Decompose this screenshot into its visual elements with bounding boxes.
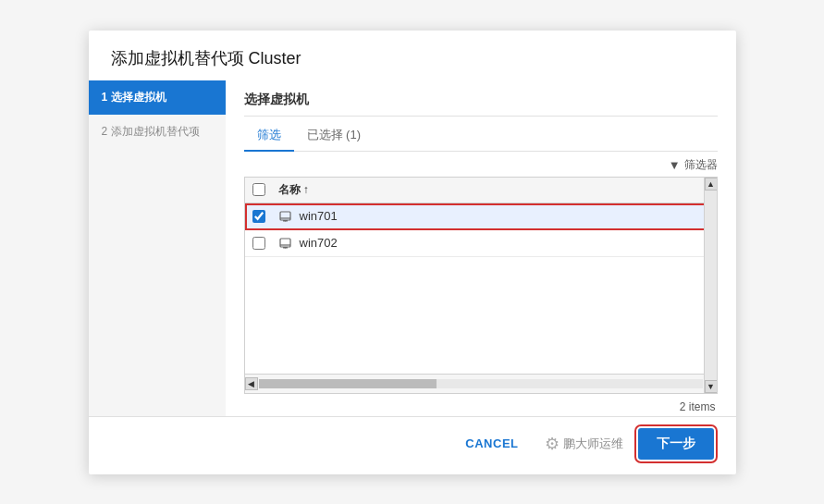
hscroll-left-btn[interactable]: ◀ <box>245 377 258 390</box>
row1-name: win701 <box>300 209 338 223</box>
cancel-button[interactable]: CANCEL <box>454 429 529 458</box>
watermark-text: 鹏大师运维 <box>563 436 623 452</box>
svg-rect-4 <box>280 239 290 247</box>
vertical-scrollbar[interactable]: ▲ ▼ <box>704 178 717 393</box>
table-rows: win701 <box>245 203 717 374</box>
main-content: 选择虚拟机 筛选 已选择 (1) ▼ 筛选器 ▲ <box>226 80 736 416</box>
svg-rect-0 <box>280 212 290 220</box>
dialog: 添加虚拟机替代项 Cluster 1 选择虚拟机 2 添加虚拟机替代项 选择虚拟… <box>89 31 736 474</box>
steps-sidebar: 1 选择虚拟机 2 添加虚拟机替代项 <box>89 80 226 416</box>
section-title: 选择虚拟机 <box>244 80 718 117</box>
tab-filter[interactable]: 筛选 <box>244 120 294 152</box>
dialog-body: 1 选择虚拟机 2 添加虚拟机替代项 选择虚拟机 筛选 已选择 (1) ▼ 筛选 <box>89 80 736 416</box>
row2-checkbox[interactable] <box>252 237 265 250</box>
filter-bar: ▼ 筛选器 <box>244 152 718 177</box>
header-name-label: 名称 ↑ <box>278 182 309 198</box>
row2-name: win702 <box>300 236 338 250</box>
watermark-icon: ⚙ <box>545 434 560 454</box>
vm-table: ▲ ▼ 名称 ↑ <box>244 177 718 394</box>
table-header: 名称 ↑ <box>245 178 717 203</box>
vscroll-down-btn[interactable]: ▼ <box>705 380 718 393</box>
vscroll-up-btn[interactable]: ▲ <box>705 178 718 191</box>
tabs-row: 筛选 已选择 (1) <box>244 120 718 152</box>
step-1[interactable]: 1 选择虚拟机 <box>89 80 226 115</box>
row2-checkbox-cell <box>252 237 278 250</box>
header-name-cell: 名称 ↑ <box>278 182 309 198</box>
row1-checkbox[interactable] <box>252 210 265 223</box>
vm-icon-2 <box>278 236 295 251</box>
horizontal-scrollbar[interactable]: ◀ ▶ <box>245 374 717 393</box>
dialog-footer: CANCEL ⚙ 鹏大师运维 下一步 <box>89 416 736 474</box>
dialog-title: 添加虚拟机替代项 Cluster <box>89 31 736 80</box>
tab-selected[interactable]: 已选择 (1) <box>294 120 375 152</box>
table-row[interactable]: win702 <box>245 230 717 257</box>
filter-icon: ▼ <box>669 158 681 172</box>
vm-icon-1 <box>278 209 295 224</box>
row1-checkbox-cell <box>252 210 278 223</box>
table-row[interactable]: win701 <box>245 203 717 230</box>
header-checkbox[interactable] <box>252 183 265 196</box>
step-2[interactable]: 2 添加虚拟机替代项 <box>89 115 226 149</box>
hscroll-thumb[interactable] <box>259 379 437 388</box>
next-button[interactable]: 下一步 <box>638 428 714 460</box>
header-checkbox-cell <box>252 183 278 196</box>
hscroll-track[interactable] <box>259 379 703 388</box>
watermark: ⚙ 鹏大师运维 <box>545 434 623 454</box>
filter-label: 筛选器 <box>684 157 718 173</box>
items-count: 2 items <box>244 398 718 416</box>
